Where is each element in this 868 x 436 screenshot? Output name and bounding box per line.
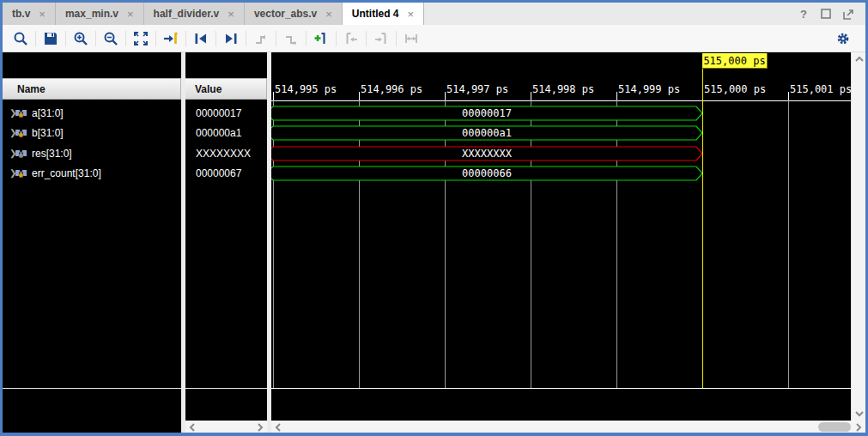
float-icon[interactable] (841, 7, 855, 21)
value-header-label: Value (195, 83, 222, 95)
waveform-canvas[interactable]: 515,000 ps 514,995 ps514,996 ps514,997 p… (271, 52, 851, 433)
signal-value-res-31-0-: XXXXXXXX (185, 143, 267, 163)
goto-next-marker-button (370, 29, 392, 48)
name-column-header[interactable]: Name (3, 78, 181, 100)
signal-value-text: 000000a1 (196, 127, 241, 139)
wave-scroll-right-icon[interactable] (851, 421, 865, 433)
tab-label: vector_abs.v (254, 8, 317, 20)
signal-name-panel: Name ❯ a[31:0]❯ b[31:0]❯ res[31:0]❯ err_… (3, 52, 181, 433)
value-panel-separator (185, 388, 267, 389)
previous-transition-button[interactable] (190, 29, 212, 48)
zoom-fit-button[interactable] (130, 29, 152, 48)
tab-tb-v[interactable]: tb.v× (3, 3, 56, 25)
tab-close-icon[interactable]: × (37, 8, 47, 21)
search-button[interactable] (9, 29, 32, 48)
goto-previous-marker-button (340, 29, 362, 48)
svg-text:00000017: 00000017 (462, 107, 512, 119)
timeline-tick-mark (531, 92, 531, 100)
tab-close-icon[interactable]: × (324, 8, 334, 21)
wave-traces[interactable]: 00000017000000a1XXXXXXXX00000066 (271, 100, 851, 388)
tab-vector-abs-v[interactable]: vector_abs.v× (245, 3, 343, 25)
toolbar-separator (95, 31, 96, 46)
toolbar-separator (336, 31, 337, 46)
tab-half-divider-v[interactable]: half_divider.v× (144, 3, 245, 25)
value-wave-splitter[interactable] (267, 52, 271, 433)
scroll-up-icon[interactable] (852, 52, 866, 66)
maximize-icon[interactable] (819, 7, 833, 21)
tab-label: Untitled 4 (352, 8, 399, 20)
timeline-tick-mark (788, 92, 789, 100)
toolbar-separator (155, 31, 156, 46)
scroll-down-icon[interactable] (852, 407, 866, 421)
signal-value-b-31-0-: 000000a1 (185, 123, 267, 142)
toolbar-separator (185, 31, 186, 46)
signal-row-err_count-31-0-[interactable]: ❯ err_count[31:0] (3, 163, 181, 183)
tab-close-icon[interactable]: × (406, 8, 416, 21)
time-cursor-line[interactable] (702, 69, 703, 388)
fit-between-markers-button (400, 29, 422, 48)
window-controls: ? (797, 3, 865, 25)
signal-row-b-31-0-[interactable]: ❯ b[31:0] (3, 123, 181, 142)
tab-close-icon[interactable]: × (226, 8, 236, 21)
svg-text:00000066: 00000066 (462, 167, 512, 179)
next-event-button (280, 29, 302, 48)
value-scroll-left-icon[interactable] (189, 423, 196, 432)
timeline-tick-mark (616, 92, 617, 100)
save-button[interactable] (39, 29, 62, 48)
signal-value-err_count-31-0-: 00000067 (185, 163, 267, 183)
tab-label: tb.v (12, 8, 30, 20)
value-scroll-right-icon[interactable] (257, 423, 264, 432)
name-header-label: Name (17, 83, 46, 95)
wave-scrollbar-thumb[interactable] (818, 422, 851, 432)
timeline-tick-label: 514,999 ps (618, 83, 680, 95)
timeline-tick-label: 514,996 ps (361, 83, 422, 95)
cursor-time-badge[interactable]: 515,000 ps (702, 53, 768, 69)
timeline-tick-mark (273, 92, 274, 100)
goto-time-button[interactable] (160, 29, 182, 48)
toolbar-separator (215, 31, 216, 46)
value-horizontal-scrollbar[interactable] (185, 421, 267, 433)
vivado-waveform-window: tb.v×max_min.v×half_divider.v×vector_abs… (0, 0, 868, 436)
timeline-tick-mark (359, 92, 360, 100)
wave-horizontal-scrollbar[interactable] (271, 421, 851, 433)
timeline-tick-mark (445, 92, 446, 100)
signal-value-panel: Value 00000017000000a1XXXXXXXX00000067 (185, 52, 267, 433)
tab-label: max_min.v (65, 8, 118, 20)
bus-signal-icon (15, 148, 27, 159)
wave-bottom-separator (271, 388, 851, 389)
expand-chevron-icon[interactable]: ❯ (3, 148, 15, 158)
name-panel-separator (3, 388, 181, 389)
bus-signal-icon (15, 128, 27, 138)
value-column-header[interactable]: Value (185, 78, 267, 100)
bus-signal-icon (15, 168, 27, 179)
settings-gear-icon[interactable] (836, 32, 850, 45)
expand-chevron-icon[interactable]: ❯ (3, 168, 15, 178)
toolbar-separator (35, 31, 36, 46)
name-value-splitter[interactable] (181, 52, 185, 433)
zoom-in-button[interactable] (70, 29, 92, 48)
wave-scroll-left-icon[interactable] (271, 423, 282, 432)
help-icon[interactable]: ? (797, 7, 810, 21)
expand-chevron-icon[interactable]: ❯ (3, 108, 15, 118)
svg-text:000000a1: 000000a1 (462, 127, 512, 139)
signal-value-a-31-0-: 00000017 (185, 103, 267, 123)
toolbar-separator (276, 31, 276, 46)
tab-close-icon[interactable]: × (125, 8, 136, 21)
next-transition-button[interactable] (220, 29, 242, 48)
toolbar-separator (306, 31, 307, 46)
expand-chevron-icon[interactable]: ❯ (3, 128, 15, 137)
add-marker-button[interactable] (310, 29, 332, 48)
wave-toolbar (3, 25, 865, 52)
signal-name: b[31:0] (32, 127, 64, 139)
toolbar-separator (366, 31, 367, 46)
tab-untitled-4[interactable]: Untitled 4× (343, 3, 424, 25)
vertical-scrollbar[interactable] (851, 52, 865, 421)
tab-max-min-v[interactable]: max_min.v× (56, 3, 144, 25)
toolbar-separator (396, 31, 397, 46)
timeline-tick-label: 515,001 ps (790, 83, 851, 95)
signal-row-a-31-0-[interactable]: ❯ a[31:0] (3, 103, 181, 123)
signal-row-res-31-0-[interactable]: ❯ res[31:0] (3, 143, 181, 163)
timeline-tick-label: 514,997 ps (446, 83, 508, 95)
toolbar-separator (65, 31, 66, 46)
zoom-out-button[interactable] (100, 29, 122, 48)
